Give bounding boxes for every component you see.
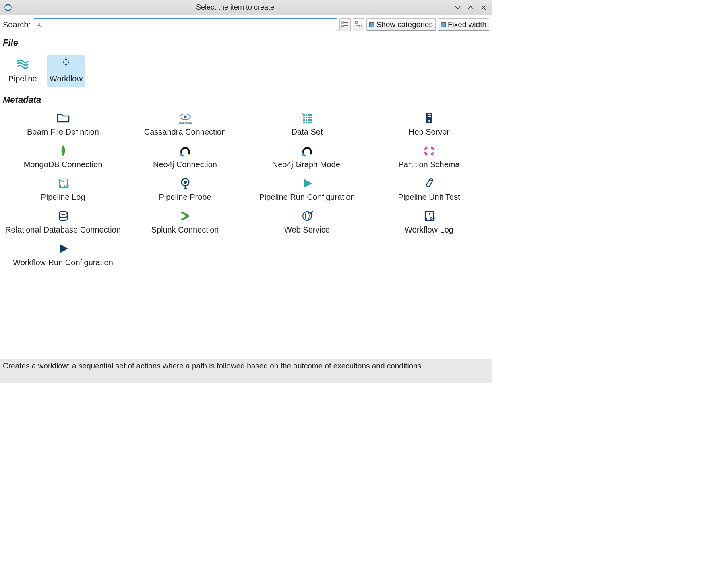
svg-rect-7	[355, 21, 357, 23]
log-teal-icon: og	[54, 177, 72, 190]
chevron-green-icon	[176, 209, 194, 223]
neo4j-arc-icon	[176, 144, 194, 158]
svg-rect-20	[303, 119, 305, 121]
svg-rect-22	[308, 119, 310, 121]
file-item-label: Pipeline	[8, 74, 37, 83]
statusbar: Creates a workflow: a sequential set of …	[0, 359, 492, 383]
workflow-log-icon: og	[420, 209, 438, 223]
section-heading-file: File	[3, 35, 489, 49]
folder-navy-icon	[54, 111, 72, 125]
play-teal-icon	[298, 177, 316, 190]
svg-text:og: og	[430, 216, 435, 220]
maximize-icon[interactable]	[467, 4, 475, 11]
svg-rect-26	[308, 122, 310, 123]
svg-rect-8	[359, 25, 361, 27]
metadata-item-workflow-log[interactable]: ogWorkflow Log	[370, 208, 488, 237]
close-icon[interactable]	[480, 4, 488, 11]
svg-rect-12	[303, 114, 305, 116]
svg-rect-3	[342, 22, 343, 23]
view-tree-button[interactable]	[353, 18, 364, 31]
metadata-item-relational-db-connection[interactable]: Relational Database Connection	[4, 208, 122, 237]
svg-text:cassandra: cassandra	[178, 121, 191, 124]
metadata-item-cassandra-connection[interactable]: cassandraCassandra Connection	[126, 110, 244, 139]
search-input[interactable]	[34, 18, 337, 31]
svg-rect-30	[428, 114, 431, 115]
search-label: Search:	[3, 20, 31, 29]
grid-teal-icon	[298, 111, 316, 125]
view-list-button[interactable]	[339, 18, 351, 31]
metadata-item-label: Workflow Log	[405, 225, 453, 235]
metadata-item-neo4j-graph-model[interactable]: Neo4j Graph Model	[248, 143, 366, 172]
svg-point-1	[37, 23, 40, 26]
metadata-item-hop-server[interactable]: Hop Server	[370, 110, 488, 139]
svg-rect-18	[308, 117, 310, 118]
metadata-item-label: Pipeline Log	[41, 193, 85, 202]
metadata-item-label: Hop Server	[409, 127, 449, 137]
svg-rect-17	[306, 117, 307, 118]
app-icon	[4, 3, 12, 12]
svg-rect-16	[303, 117, 305, 118]
metadata-item-web-service[interactable]: Web Service	[248, 208, 366, 237]
metadata-item-label: Beam File Definition	[27, 127, 99, 137]
metadata-grid: Beam File DefinitioncassandraCassandra C…	[3, 110, 489, 270]
metadata-item-pipeline-run-configuration[interactable]: Pipeline Run Configuration	[248, 176, 366, 204]
svg-point-10	[184, 116, 186, 118]
svg-line-42	[430, 179, 432, 181]
metadata-item-pipeline-probe[interactable]: Pipeline Probe	[126, 176, 244, 204]
search-wrap	[34, 18, 337, 31]
metadata-item-label: MongoDB Connection	[24, 160, 103, 169]
svg-point-28	[302, 113, 303, 114]
svg-rect-21	[306, 119, 307, 121]
file-items-row: PipelineWorkflow	[3, 53, 489, 92]
metadata-item-label: Cassandra Connection	[144, 127, 226, 137]
tube-navy-icon	[420, 177, 438, 190]
divider	[3, 107, 489, 107]
metadata-item-neo4j-connection[interactable]: Neo4j Connection	[126, 143, 244, 172]
svg-rect-23	[310, 119, 312, 121]
titlebar: Select the item to create	[0, 0, 492, 15]
server-navy-icon	[420, 111, 438, 125]
metadata-item-data-set[interactable]: Data Set	[248, 110, 366, 139]
show-categories-toggle[interactable]: Show categories	[366, 18, 435, 31]
metadata-item-pipeline-log[interactable]: ogPipeline Log	[4, 176, 122, 204]
metadata-item-label: Partition Schema	[398, 160, 459, 169]
svg-point-34	[182, 155, 184, 157]
leaf-green-icon	[54, 144, 72, 158]
svg-point-32	[428, 120, 430, 122]
waves-teal-icon	[14, 57, 31, 71]
status-description: Creates a workflow: a sequential set of …	[3, 361, 424, 370]
globe-navy-icon	[298, 209, 316, 223]
svg-rect-4	[342, 25, 343, 27]
file-item-pipeline[interactable]: Pipeline	[4, 55, 41, 87]
workflow-diamond-navy-icon	[58, 57, 74, 71]
file-item-workflow[interactable]: Workflow	[47, 55, 85, 87]
cassandra-eye-icon: cassandra	[176, 111, 194, 125]
minimize-icon[interactable]	[455, 4, 462, 11]
metadata-item-splunk-connection[interactable]: Splunk Connection	[126, 208, 244, 237]
metadata-item-workflow-run-configuration[interactable]: Workflow Run Configuration	[4, 241, 122, 270]
dialog-window: Select the item to create Search: Show c…	[0, 0, 492, 383]
probe-navy-icon	[176, 177, 194, 190]
file-item-label: Workflow	[50, 74, 83, 83]
show-categories-label: Show categories	[376, 20, 432, 29]
metadata-item-partition-schema[interactable]: Partition Schema	[370, 143, 488, 172]
metadata-item-beam-file-definition[interactable]: Beam File Definition	[4, 110, 122, 139]
metadata-item-mongodb-connection[interactable]: MongoDB Connection	[4, 143, 122, 172]
metadata-item-label: Workflow Run Configuration	[13, 258, 113, 267]
svg-rect-29	[426, 113, 432, 123]
content-area: File PipelineWorkflow Metadata Beam File…	[0, 33, 492, 359]
checkbox-icon	[369, 22, 374, 27]
section-heading-metadata: Metadata	[3, 92, 489, 106]
checkbox-icon	[441, 22, 446, 27]
svg-rect-25	[306, 122, 307, 123]
svg-point-43	[59, 211, 67, 214]
database-navy-icon	[54, 209, 72, 223]
svg-point-0	[5, 4, 11, 11]
metadata-item-label: Pipeline Unit Test	[398, 193, 460, 202]
svg-rect-14	[308, 114, 310, 116]
search-icon	[36, 22, 41, 27]
metadata-item-label: Data Set	[292, 127, 323, 137]
metadata-item-pipeline-unit-test[interactable]: Pipeline Unit Test	[370, 176, 488, 204]
fixed-width-toggle[interactable]: Fixed width	[438, 18, 489, 31]
divider	[3, 50, 489, 50]
